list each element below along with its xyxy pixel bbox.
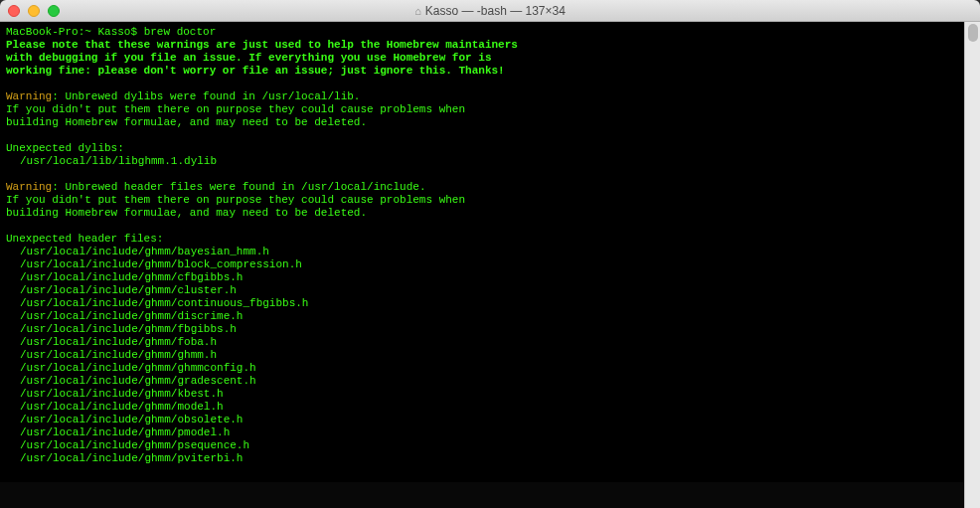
prompt-sep: :~ <box>79 26 98 38</box>
traffic-lights <box>8 5 60 17</box>
header-file-item: /usr/local/include/ghmm/continuous_fbgib… <box>6 297 958 310</box>
warning-label: Warning <box>6 181 52 193</box>
warning-2-list-header: Unexpected header files: <box>6 233 958 246</box>
home-icon: ⌂ <box>414 5 421 17</box>
blank-line <box>6 220 958 233</box>
warning-msg: : Unbrewed dylibs were found in /usr/loc… <box>52 90 360 102</box>
header-file-item: /usr/local/include/ghmm/ghmm.h <box>6 349 958 362</box>
blank-line <box>6 129 958 142</box>
zoom-button[interactable] <box>48 5 60 17</box>
header-file-item: /usr/local/include/ghmm/obsolete.h <box>6 414 958 426</box>
header-file-item: /usr/local/include/ghmm/ghmmconfig.h <box>6 362 958 375</box>
header-file-item: /usr/local/include/ghmm/fbgibbs.h <box>6 323 958 336</box>
window-title: ⌂ Kasso — -bash — 137×34 <box>414 4 566 18</box>
header-file-item: /usr/local/include/ghmm/cluster.h <box>6 284 958 297</box>
header-file-item: /usr/local/include/ghmm/bayesian_hmm.h <box>6 246 958 258</box>
titlebar[interactable]: ⌂ Kasso — -bash — 137×34 <box>0 0 980 22</box>
header-file-item: /usr/local/include/ghmm/cfbgibbs.h <box>6 271 958 284</box>
prompt-host: MacBook-Pro <box>6 26 79 38</box>
header-file-item: /usr/local/include/ghmm/pmodel.h <box>6 426 958 439</box>
blank-line <box>6 168 958 181</box>
command-text: brew doctor <box>144 26 217 38</box>
header-file-item: /usr/local/include/ghmm/kbest.h <box>6 388 958 401</box>
header-file-item: /usr/local/include/ghmm/discrime.h <box>6 310 958 323</box>
prompt-dollar: $ <box>130 26 143 38</box>
warning-2-detail-2: building Homebrew formulae, and may need… <box>6 207 958 220</box>
header-file-item: /usr/local/include/ghmm/gradescent.h <box>6 375 958 388</box>
header-file-item: /usr/local/include/ghmm/model.h <box>6 401 958 414</box>
note-line-2: with debugging if you file an issue. If … <box>6 52 958 65</box>
close-button[interactable] <box>8 5 20 17</box>
minimize-button[interactable] <box>28 5 40 17</box>
selection-band <box>0 482 964 508</box>
dylib-item: /usr/local/lib/libghmm.1.dylib <box>6 155 958 168</box>
warning-2-detail-1: If you didn't put them there on purpose … <box>6 194 958 207</box>
warning-1-list-header: Unexpected dylibs: <box>6 142 958 155</box>
header-file-item: /usr/local/include/ghmm/psequence.h <box>6 439 958 452</box>
note-line-3: working fine: please don't worry or file… <box>6 65 958 78</box>
warning-1-header: Warning: Unbrewed dylibs were found in /… <box>6 90 958 103</box>
blank-line <box>6 78 958 90</box>
warning-msg: : Unbrewed header files were found in /u… <box>52 181 425 193</box>
warning-1-detail-1: If you didn't put them there on purpose … <box>6 103 958 116</box>
warning-1-detail-2: building Homebrew formulae, and may need… <box>6 116 958 129</box>
scrollbar-thumb[interactable] <box>968 24 978 42</box>
scrollbar-track[interactable] <box>964 22 980 508</box>
terminal-window: ⌂ Kasso — -bash — 137×34 MacBook-Pro:~ K… <box>0 0 980 508</box>
title-text: Kasso — -bash — 137×34 <box>425 4 566 18</box>
prompt-line: MacBook-Pro:~ Kasso$ brew doctor <box>6 26 958 39</box>
terminal-content[interactable]: MacBook-Pro:~ Kasso$ brew doctor Please … <box>0 22 964 508</box>
header-file-item: /usr/local/include/ghmm/pviterbi.h <box>6 452 958 465</box>
warning-label: Warning <box>6 90 52 102</box>
prompt-cwd: Kasso <box>97 26 130 38</box>
header-file-item: /usr/local/include/ghmm/foba.h <box>6 336 958 349</box>
note-line-1: Please note that these warnings are just… <box>6 39 958 52</box>
header-file-item: /usr/local/include/ghmm/block_compressio… <box>6 258 958 271</box>
warning-2-header: Warning: Unbrewed header files were foun… <box>6 181 958 194</box>
